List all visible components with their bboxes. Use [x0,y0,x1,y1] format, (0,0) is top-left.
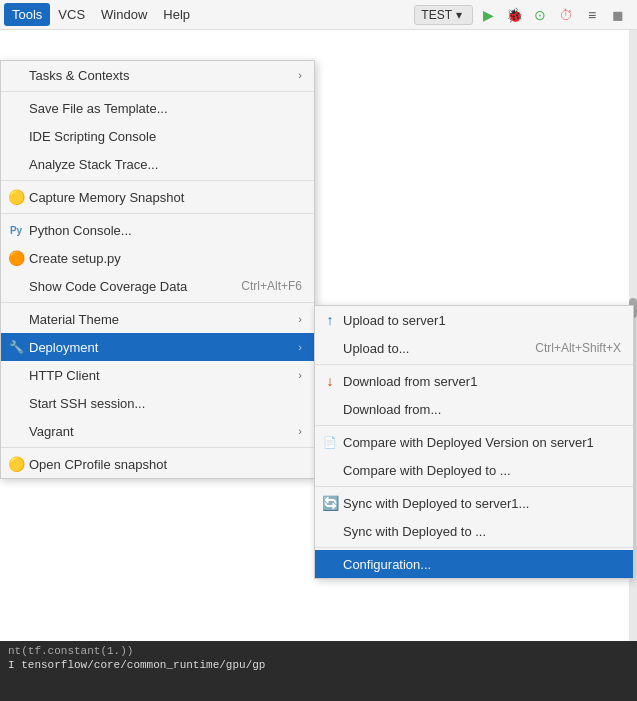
menu-item-vagrant[interactable]: Vagrant › [1,417,314,445]
arrow-icon: › [298,69,302,81]
cprofile-icon: 🟡 [7,456,25,472]
menu-item-download-from[interactable]: Download from... [315,395,633,423]
menu-item-download-server1[interactable]: ↓ Download from server1 [315,367,633,395]
menu-item-deployment[interactable]: 🔧 Deployment › [1,333,314,361]
menu-tools[interactable]: Tools [4,3,50,26]
separator-1 [1,91,314,92]
deployment-icon: 🔧 [7,340,25,354]
more-button[interactable]: ≡ [581,4,603,26]
run-button[interactable]: ▶ [477,4,499,26]
menu-item-capture-memory[interactable]: 🟡 Capture Memory Snapshot [1,183,314,211]
memory-icon: 🟡 [7,189,25,205]
sync-icon: 🔄 [321,495,339,511]
deployment-arrow-icon: › [298,341,302,353]
menu-vcs[interactable]: VCS [50,3,93,26]
download-icon: ↓ [321,373,339,389]
run-coverage-button[interactable]: ⊙ [529,4,551,26]
menu-item-python-console[interactable]: Py Python Console... [1,216,314,244]
coverage-button[interactable]: ⏱ [555,4,577,26]
run-config-dropdown[interactable]: TEST ▾ [414,5,473,25]
menu-item-open-cprofile[interactable]: 🟡 Open CProfile snapshot [1,450,314,478]
stop-button[interactable]: ◼ [607,4,629,26]
separator-8 [315,486,633,487]
menu-item-sync-server1[interactable]: 🔄 Sync with Deployed to server1... [315,489,633,517]
menu-item-configuration[interactable]: Configuration... [315,550,633,578]
vagrant-arrow-icon: › [298,425,302,437]
separator-9 [315,547,633,548]
menubar: Tools VCS Window Help TEST ▾ ▶ 🐞 ⊙ ⏱ ≡ ◼ [0,0,637,30]
toolbar: TEST ▾ ▶ 🐞 ⊙ ⏱ ≡ ◼ [406,0,637,30]
menu-item-upload-to[interactable]: Upload to... Ctrl+Alt+Shift+X [315,334,633,362]
menu-item-start-ssh[interactable]: Start SSH session... [1,389,314,417]
menu-item-http-client[interactable]: HTTP Client › [1,361,314,389]
separator-3 [1,213,314,214]
menu-item-sync-to[interactable]: Sync with Deployed to ... [315,517,633,545]
compare-icon: 📄 [321,436,339,449]
run-config-label: TEST [421,8,452,22]
menu-item-upload-server1[interactable]: ↑ Upload to server1 [315,306,633,334]
menu-item-ide-scripting[interactable]: IDE Scripting Console [1,122,314,150]
tools-menu: Tasks & Contexts › Save File as Template… [0,60,315,479]
separator-5 [1,447,314,448]
separator-4 [1,302,314,303]
dropdown-overlay: Tasks & Contexts › Save File as Template… [0,60,637,701]
chevron-down-icon: ▾ [456,8,462,22]
menu-item-compare-deployed[interactable]: 📄 Compare with Deployed Version on serve… [315,428,633,456]
deployment-submenu: ↑ Upload to server1 Upload to... Ctrl+Al… [314,305,634,579]
menu-window[interactable]: Window [93,3,155,26]
menu-item-create-setup[interactable]: 🟠 Create setup.py [1,244,314,272]
upload-shortcut: Ctrl+Alt+Shift+X [515,341,621,355]
setup-icon: 🟠 [7,250,25,266]
menu-item-analyze-trace[interactable]: Analyze Stack Trace... [1,150,314,178]
menu-item-compare-to[interactable]: Compare with Deployed to ... [315,456,633,484]
separator-6 [315,364,633,365]
debug-button[interactable]: 🐞 [503,4,525,26]
separator-2 [1,180,314,181]
menu-item-save-template[interactable]: Save File as Template... [1,94,314,122]
http-arrow-icon: › [298,369,302,381]
upload-icon: ↑ [321,312,339,328]
menu-help[interactable]: Help [155,3,198,26]
separator-7 [315,425,633,426]
menu-item-show-coverage[interactable]: Show Code Coverage Data Ctrl+Alt+F6 [1,272,314,300]
menu-item-tasks[interactable]: Tasks & Contexts › [1,61,314,89]
python-icon: Py [7,225,25,236]
main-content: Tasks & Contexts › Save File as Template… [0,30,637,701]
menu-item-material-theme[interactable]: Material Theme › [1,305,314,333]
coverage-shortcut: Ctrl+Alt+F6 [221,279,302,293]
material-arrow-icon: › [298,313,302,325]
